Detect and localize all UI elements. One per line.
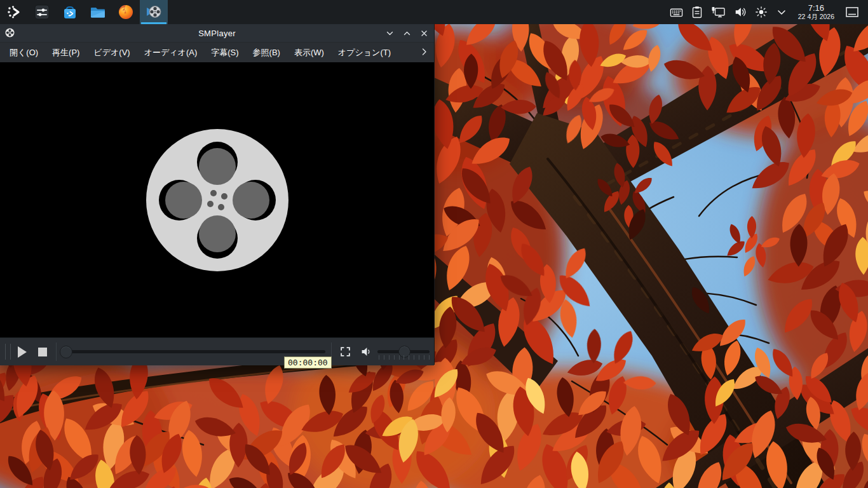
taskbar-item-firefox[interactable] bbox=[112, 0, 140, 24]
chevron-down-icon bbox=[386, 29, 394, 37]
monitor-plug-icon bbox=[711, 6, 726, 18]
discover-bag-icon bbox=[62, 4, 78, 20]
app-launcher-icon bbox=[6, 4, 22, 20]
volume-slider[interactable] bbox=[377, 350, 430, 353]
taskbar-item-settings[interactable] bbox=[28, 0, 56, 24]
speaker-icon bbox=[734, 6, 747, 18]
menu-options[interactable]: オプション(T) bbox=[331, 44, 398, 62]
show-desktop-icon bbox=[845, 6, 859, 18]
show-desktop-button[interactable] bbox=[845, 6, 859, 18]
toolbar-drag-handle[interactable] bbox=[5, 344, 11, 360]
menu-video[interactable]: ビデオ(V) bbox=[86, 44, 137, 62]
stop-icon bbox=[38, 348, 47, 356]
fullscreen-button[interactable] bbox=[337, 338, 353, 365]
smplayer-reel-icon bbox=[5, 28, 15, 37]
fullscreen-icon bbox=[340, 346, 351, 357]
taskbar-item-smplayer[interactable] bbox=[140, 0, 168, 24]
settings-sliders-icon bbox=[34, 4, 50, 20]
system-tray: 7:16 22 4月 2026 bbox=[670, 4, 868, 21]
clock-time: 7:16 bbox=[798, 4, 834, 13]
chevron-down-icon bbox=[776, 6, 787, 18]
tray-expander-button[interactable] bbox=[776, 6, 787, 18]
app-launcher-button[interactable] bbox=[0, 0, 28, 24]
toolbar-separator bbox=[56, 342, 57, 361]
clipboard-icon bbox=[691, 6, 703, 18]
taskbar-item-file-manager[interactable] bbox=[84, 0, 112, 24]
chevron-up-icon bbox=[403, 29, 411, 37]
play-icon bbox=[18, 346, 27, 358]
tray-audio-volume[interactable] bbox=[734, 6, 747, 18]
smplayer-reel-icon bbox=[146, 4, 162, 20]
x-icon bbox=[420, 29, 428, 37]
volume-tick-marks bbox=[379, 355, 430, 360]
play-button[interactable] bbox=[14, 338, 31, 365]
keyboard-icon bbox=[670, 6, 683, 19]
time-slider-knob[interactable] bbox=[60, 346, 72, 358]
close-button[interactable] bbox=[419, 28, 429, 38]
tray-clipboard[interactable] bbox=[691, 6, 703, 18]
smplayer-window: SMPlayer 開く(O) 再生(P) ビデオ(V) オーディオ(A) bbox=[0, 24, 434, 364]
taskbar-item-discover[interactable] bbox=[56, 0, 84, 24]
menu-audio[interactable]: オーディオ(A) bbox=[137, 44, 205, 62]
menu-bar: 開く(O) 再生(P) ビデオ(V) オーディオ(A) 字幕(S) 参照(B) … bbox=[0, 42, 434, 62]
sun-icon bbox=[755, 6, 768, 18]
clock-date: 22 4月 2026 bbox=[798, 13, 834, 20]
panel-clock[interactable]: 7:16 22 4月 2026 bbox=[798, 4, 834, 21]
tray-brightness[interactable] bbox=[755, 6, 768, 18]
menu-overflow-button[interactable] bbox=[419, 47, 429, 59]
time-tooltip: 00:00:00 bbox=[284, 356, 332, 369]
firefox-icon bbox=[118, 4, 134, 20]
video-display-area[interactable] bbox=[0, 62, 434, 337]
mute-button[interactable] bbox=[358, 338, 374, 365]
folder-icon bbox=[90, 4, 106, 20]
menu-view[interactable]: 表示(W) bbox=[287, 44, 331, 62]
window-title: SMPlayer bbox=[0, 29, 434, 38]
top-panel: 7:16 22 4月 2026 bbox=[0, 0, 868, 24]
speaker-icon bbox=[360, 346, 372, 358]
window-titlebar[interactable]: SMPlayer bbox=[0, 24, 434, 42]
tray-keyboard-layout[interactable] bbox=[670, 6, 683, 19]
playback-control-bar bbox=[0, 337, 434, 365]
menu-open[interactable]: 開く(O) bbox=[3, 44, 45, 62]
tray-display-network[interactable] bbox=[711, 6, 726, 18]
chevron-right-icon bbox=[419, 47, 429, 57]
time-slider[interactable] bbox=[61, 350, 325, 353]
menu-browse[interactable]: 参照(B) bbox=[246, 44, 287, 62]
minimize-button[interactable] bbox=[384, 28, 395, 38]
stop-button[interactable] bbox=[34, 338, 51, 365]
film-reel-logo bbox=[145, 128, 290, 273]
maximize-button[interactable] bbox=[402, 28, 412, 38]
menu-play[interactable]: 再生(P) bbox=[45, 44, 86, 62]
menu-subtitles[interactable]: 字幕(S) bbox=[204, 44, 245, 62]
